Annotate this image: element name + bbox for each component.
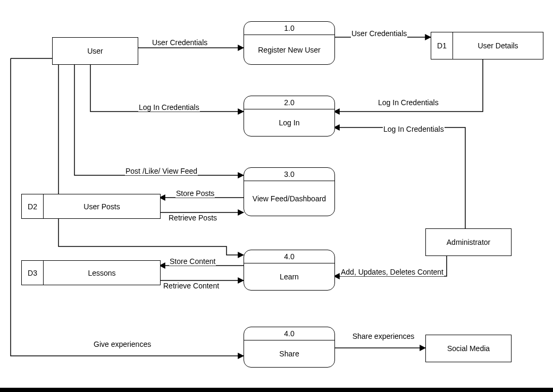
- flow-login-credentials-left: Log In Credentials: [138, 103, 200, 112]
- datastore-label: Lessons: [44, 261, 160, 285]
- datastore-lessons: D3 Lessons: [21, 260, 161, 285]
- datastore-id: D3: [22, 261, 44, 285]
- process-number: 1.0: [244, 22, 334, 35]
- process-name: Share: [279, 350, 299, 358]
- datastore-label: User Details: [453, 32, 543, 59]
- flow-login-credentials-right: Log In Credentials: [378, 98, 439, 107]
- flow-share-experiences: Share experiences: [351, 332, 416, 340]
- flow-store-posts: Store Posts: [175, 189, 215, 198]
- process-name: View Feed/Dashboard: [253, 194, 326, 203]
- flow-add-update-delete: Add, Updates, Deletes Content: [340, 268, 444, 276]
- entity-admin-label: Administrator: [447, 238, 490, 246]
- process-name: Register New User: [258, 46, 320, 54]
- datastore-user-details: D1 User Details: [431, 32, 543, 59]
- flow-user-credentials-1: User Credentials: [152, 38, 208, 47]
- flow-login-credentials-admin: Log In Credentials: [383, 125, 445, 133]
- datastore-id: D1: [431, 32, 453, 59]
- flow-give-experiences: Give experiences: [93, 340, 152, 348]
- process-number: 2.0: [244, 96, 334, 109]
- entity-social-label: Social Media: [447, 344, 490, 353]
- process-learn: 4.0 Learn: [244, 250, 335, 291]
- process-name: Log In: [279, 118, 300, 127]
- flow-store-content: Store Content: [169, 257, 216, 266]
- process-share: 4.0 Share: [244, 327, 335, 368]
- process-name: Learn: [280, 272, 299, 281]
- datastore-label: User Posts: [44, 194, 160, 218]
- entity-user-label: User: [87, 47, 103, 55]
- flow-user-credentials-2: User Credentials: [351, 29, 407, 38]
- process-number: 3.0: [244, 168, 334, 181]
- entity-administrator: Administrator: [425, 228, 512, 256]
- process-number: 4.0: [244, 250, 334, 263]
- process-number: 4.0: [244, 327, 334, 340]
- process-log-in: 2.0 Log In: [244, 96, 335, 137]
- footer-band: [0, 388, 553, 392]
- process-register-new-user: 1.0 Register New User: [244, 21, 335, 65]
- datastore-user-posts: D2 User Posts: [21, 194, 161, 219]
- datastore-id: D2: [22, 194, 44, 218]
- process-view-feed: 3.0 View Feed/Dashboard: [244, 167, 335, 216]
- entity-user: User: [52, 37, 138, 65]
- flow-retrieve-content: Retrieve Content: [163, 282, 220, 290]
- flow-post-like-view: Post /Like/ View Feed: [125, 167, 198, 175]
- flow-retrieve-posts: Retrieve Posts: [168, 214, 217, 222]
- entity-social-media: Social Media: [425, 335, 512, 362]
